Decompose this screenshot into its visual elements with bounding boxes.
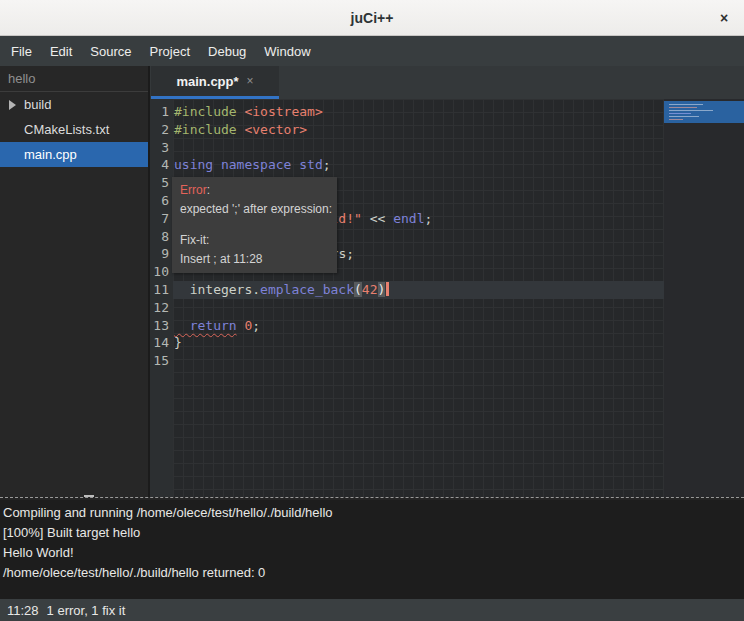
line-number: 5	[150, 174, 173, 192]
output-line: Compiling and running /home/olece/test/h…	[3, 503, 744, 523]
pane-separator[interactable]	[0, 497, 744, 500]
code-line-4[interactable]: using namespace std;	[173, 156, 664, 174]
code-token: endl	[393, 211, 424, 226]
minimap[interactable]	[664, 99, 744, 497]
tooltip-error-label: Error:	[180, 181, 329, 200]
line-number: 13	[150, 317, 173, 335]
text-caret	[386, 282, 389, 296]
expand-arrow-icon[interactable]	[9, 100, 16, 110]
output-panel[interactable]: Compiling and running /home/olece/test/h…	[0, 500, 744, 599]
output-line: [100%] Built target hello	[3, 523, 744, 543]
line-number: 10	[150, 263, 173, 281]
output-line: /home/olece/test/hello/./build/hello ret…	[3, 563, 744, 583]
gutter: 123456789101112131415	[150, 99, 173, 497]
file-tree-item-cmakelists-txt[interactable]: CMakeLists.txt	[0, 117, 148, 142]
status-bar: 11:28 1 error, 1 fix it	[0, 599, 744, 621]
diagnostics-summary: 1 error, 1 fix it	[47, 603, 126, 618]
code-token: ;	[252, 318, 260, 333]
window-close-icon[interactable]: ×	[714, 8, 734, 28]
minimap-slider[interactable]	[664, 101, 744, 123]
code-line-3[interactable]	[173, 139, 664, 157]
menu-item-project[interactable]: Project	[141, 36, 199, 66]
code-token: )	[378, 282, 386, 297]
app-window: juCi++ × FileEditSourceProjectDebugWindo…	[0, 0, 744, 621]
file-tree-item-label: CMakeLists.txt	[0, 122, 109, 137]
code-line-13[interactable]: return 0;	[173, 317, 664, 335]
code-line-1[interactable]: #include <iostream>	[173, 103, 664, 121]
code-token: #include	[174, 104, 237, 119]
tab-main-cpp[interactable]: main.cpp* ×	[151, 66, 279, 99]
line-number: 7	[150, 210, 173, 228]
code-line-15[interactable]	[173, 352, 664, 370]
menu-item-file[interactable]: File	[2, 36, 41, 66]
menu-item-debug[interactable]: Debug	[199, 36, 255, 66]
line-number: 11	[150, 281, 173, 299]
line-number: 9	[150, 245, 173, 263]
line-number: 14	[150, 334, 173, 352]
code-token: return	[174, 318, 237, 333]
menu-item-edit[interactable]: Edit	[41, 36, 81, 66]
line-number: 15	[150, 352, 173, 370]
code-line-2[interactable]: #include <vector>	[173, 121, 664, 139]
tooltip-fixit-text: Insert ; at 11:28	[180, 250, 329, 269]
editor-column: main.cpp* × 123456789101112131415 Error:…	[148, 66, 744, 497]
code-token: (	[354, 282, 362, 297]
code-line-11[interactable]: integers.emplace_back(42)	[173, 281, 664, 299]
code-token: 42	[362, 282, 378, 297]
pane-grip[interactable]	[84, 495, 94, 497]
file-tree-item-main-cpp[interactable]: main.cpp	[0, 142, 148, 167]
main-area: hello buildCMakeLists.txtmain.cpp main.c…	[0, 66, 744, 497]
code-token: ;	[323, 157, 331, 172]
code-lines[interactable]: Error: expected ';' after expression: Fi…	[173, 99, 664, 497]
code-token: namespace	[221, 157, 291, 172]
menu-item-source[interactable]: Source	[81, 36, 140, 66]
tab-close-icon[interactable]: ×	[247, 74, 254, 88]
code-token: emplace_back	[260, 282, 354, 297]
code-token: ;	[424, 211, 432, 226]
output-line: Hello World!	[3, 543, 744, 563]
tooltip-fixit-label: Fix-it:	[180, 231, 329, 250]
tab-label: main.cpp*	[176, 74, 238, 89]
line-number: 6	[150, 192, 173, 210]
tooltip-error-text: expected ';' after expression:	[180, 200, 329, 219]
code-token: }	[174, 335, 182, 350]
code-token: std	[299, 157, 322, 172]
code-token: #include	[174, 122, 237, 137]
window-title: juCi++	[0, 10, 744, 26]
code-token: <<	[362, 211, 393, 226]
diagnostic-tooltip: Error: expected ';' after expression: Fi…	[172, 177, 337, 273]
line-number: 2	[150, 121, 173, 139]
line-number: 8	[150, 228, 173, 246]
cursor-position: 11:28	[7, 603, 39, 618]
project-root-label: hello	[0, 66, 148, 92]
line-number: 4	[150, 156, 173, 174]
code-token	[213, 157, 221, 172]
code-line-12[interactable]	[173, 299, 664, 317]
code-line-14[interactable]: }	[173, 334, 664, 352]
tab-bar: main.cpp* ×	[150, 66, 744, 99]
file-tree-item-label: build	[0, 97, 51, 112]
code-token: <vector>	[244, 122, 307, 137]
file-tree-item-build[interactable]: build	[0, 92, 148, 117]
line-number: 3	[150, 139, 173, 157]
menu-item-window[interactable]: Window	[255, 36, 319, 66]
file-tree-item-label: main.cpp	[0, 147, 77, 162]
code-token: using	[174, 157, 213, 172]
line-number: 12	[150, 299, 173, 317]
code-token: integers.	[174, 282, 260, 297]
line-number: 1	[150, 103, 173, 121]
title-bar: juCi++ ×	[0, 0, 744, 36]
file-tree-sidebar: hello buildCMakeLists.txtmain.cpp	[0, 66, 148, 497]
code-editor[interactable]: 123456789101112131415 Error: expected ';…	[150, 99, 744, 497]
file-tree-items: buildCMakeLists.txtmain.cpp	[0, 92, 148, 167]
menu-bar: FileEditSourceProjectDebugWindow	[0, 36, 744, 66]
code-token: <iostream>	[244, 104, 322, 119]
